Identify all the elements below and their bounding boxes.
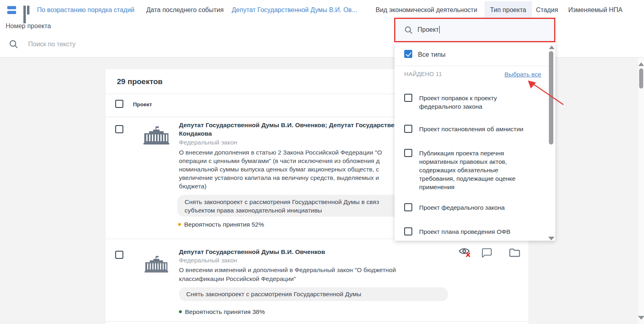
dropdown-option-line[interactable]: федерального закона bbox=[419, 102, 482, 111]
project-type-label: Федеральный закон bbox=[179, 256, 237, 264]
column-header-project: Проект bbox=[133, 101, 152, 107]
project-title-line[interactable]: Депутат Государственной Думы В.И. Овченк… bbox=[179, 248, 325, 256]
columns-view-icon[interactable] bbox=[23, 6, 34, 14]
filter-economic-activity[interactable]: Вид экономической деятельности bbox=[376, 6, 477, 14]
all-types-checkbox[interactable] bbox=[404, 50, 412, 58]
dropdown-option[interactable]: Проект поправок к проекту bbox=[419, 94, 497, 102]
text-search-input[interactable]: Поиск по тексту bbox=[28, 41, 76, 48]
results-count: 29 проектов bbox=[117, 77, 163, 86]
dropdown-scroll-down-icon[interactable] bbox=[548, 237, 555, 240]
folder-icon[interactable] bbox=[509, 248, 520, 257]
rows-view-icon[interactable] bbox=[7, 6, 16, 14]
search-icon bbox=[404, 26, 413, 35]
dropdown-scroll-up-icon[interactable] bbox=[549, 45, 555, 49]
dropdown-option[interactable]: Проект постановления об амнистии bbox=[419, 125, 524, 133]
project-type-dropdown: Все типы НАЙДЕНО 11 Выбрать все Проект п… bbox=[395, 42, 555, 241]
annotation-arrow bbox=[524, 77, 568, 109]
dropdown-search-input[interactable]: Проект bbox=[418, 26, 440, 33]
dropdown-option[interactable]: Проект плана проведения ОФВ bbox=[419, 227, 511, 236]
option-checkbox[interactable] bbox=[404, 149, 412, 157]
select-all-rows-checkbox[interactable] bbox=[115, 100, 123, 108]
search-icon bbox=[9, 39, 19, 49]
page-scroll-up-icon[interactable] bbox=[638, 62, 644, 66]
text-cursor bbox=[439, 26, 440, 33]
page-scroll-down-icon[interactable] bbox=[638, 316, 644, 320]
filter-stage[interactable]: Стадия bbox=[536, 6, 558, 14]
project-description-line: увеличение уставного капитала на величин… bbox=[179, 173, 379, 182]
row-checkbox[interactable] bbox=[115, 251, 123, 259]
all-types-label[interactable]: Все типы bbox=[418, 50, 445, 59]
comment-icon[interactable] bbox=[482, 248, 492, 258]
dropdown-option[interactable]: Публикация проекта перечня bbox=[419, 149, 504, 157]
project-description-line: классификации Российской Федерации" bbox=[179, 274, 296, 283]
government-building-icon bbox=[143, 126, 169, 144]
project-type-label: Федеральный закон bbox=[179, 138, 237, 147]
option-checkbox[interactable] bbox=[404, 94, 412, 102]
dropdown-search-box[interactable]: Проект bbox=[394, 18, 555, 42]
dropdown-option[interactable]: Проект федерального закона bbox=[419, 203, 505, 212]
found-count-label: НАЙДЕНО 11 bbox=[404, 71, 442, 77]
filter-project-number[interactable]: Номер проекта bbox=[6, 23, 51, 30]
government-building-icon bbox=[143, 256, 169, 272]
project-description-line: номинальной суммы выпуска ценных бумаг а… bbox=[179, 165, 379, 173]
project-description-line: операции с ценными бумагами" (в части ис… bbox=[179, 157, 380, 165]
probability-dot bbox=[178, 223, 181, 226]
filter-stage-order[interactable]: По возрастанию порядка стадий bbox=[37, 6, 135, 14]
acceptance-probability: Вероятность принятия 52% bbox=[178, 221, 264, 228]
status-badge: Снять законопроект с рассмотрения Госуда… bbox=[179, 287, 448, 301]
filter-last-event[interactable]: Дата последнего события bbox=[146, 6, 224, 14]
dropdown-option-line[interactable]: содержащих обязательные bbox=[419, 166, 498, 174]
project-description-line: бюджета) bbox=[179, 182, 206, 190]
page-scrollbar[interactable] bbox=[638, 58, 644, 324]
project-description-line: О внесении дополнения в статью 2 Закона … bbox=[179, 148, 382, 157]
option-checkbox[interactable] bbox=[404, 125, 412, 133]
option-checkbox[interactable] bbox=[404, 203, 412, 211]
option-checkbox[interactable] bbox=[404, 227, 412, 235]
project-description-line: О внесении изменений и дополнений в Феде… bbox=[179, 266, 396, 274]
dropdown-option-line[interactable]: нормативных правовых актов, bbox=[419, 157, 507, 166]
dropdown-option-line[interactable]: применения bbox=[419, 183, 455, 191]
probability-dot bbox=[179, 310, 182, 313]
filter-deputy[interactable]: Депутат Государственной Думы В.И. Ов... bbox=[232, 6, 357, 14]
page-scrollbar-thumb[interactable] bbox=[639, 68, 643, 89]
project-title-line[interactable]: Депутат Государственной Думы В.И. Овченк… bbox=[179, 121, 398, 129]
row-checkbox[interactable] bbox=[115, 125, 123, 133]
filter-changed-npa[interactable]: Изменяемый НПА bbox=[568, 6, 623, 14]
filter-project-type[interactable]: Тип проекта bbox=[484, 1, 532, 19]
hide-watch-icon[interactable] bbox=[459, 247, 473, 259]
acceptance-probability: Вероятность принятия 38% bbox=[179, 308, 265, 316]
dropdown-option-line[interactable]: требования, подлежащие оценке bbox=[419, 174, 515, 183]
project-title-line[interactable]: Кондакова bbox=[179, 129, 212, 138]
